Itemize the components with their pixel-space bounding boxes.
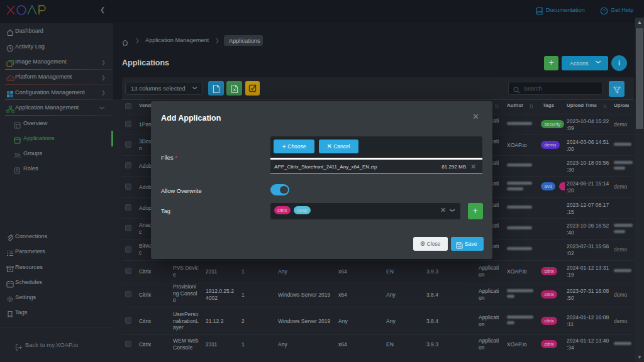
svg-text:?: ? — [602, 8, 605, 14]
